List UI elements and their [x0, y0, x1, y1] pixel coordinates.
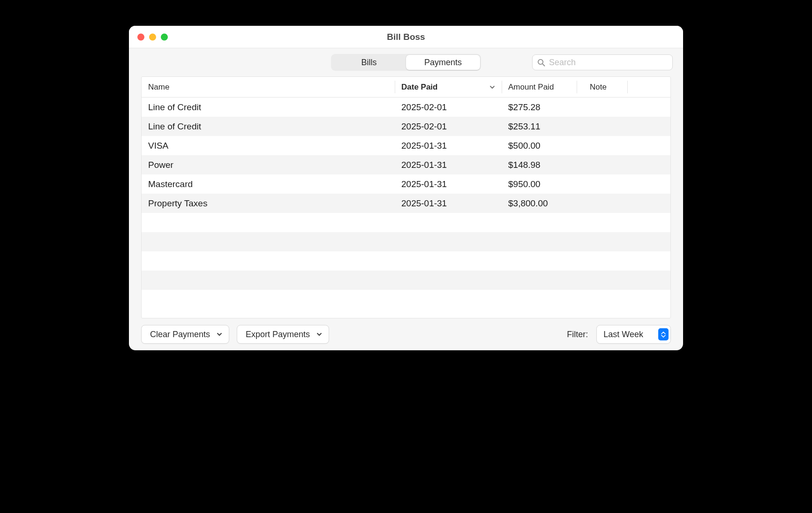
- tab-bills-label: Bills: [361, 58, 376, 68]
- column-header-tail: [627, 77, 670, 97]
- table-row: [142, 232, 670, 251]
- zoom-window-button[interactable]: [161, 33, 168, 40]
- table-row[interactable]: Property Taxes2025-01-31$3,800.00: [142, 194, 670, 213]
- column-header-amount-label: Amount Paid: [508, 83, 554, 92]
- table-row: [142, 251, 670, 271]
- filter-popup[interactable]: Last Week: [596, 325, 671, 344]
- app-window: Bill Boss Bills Payments Name Date Paid: [129, 26, 683, 350]
- cell-date-paid: 2025-02-01: [395, 102, 502, 113]
- cell-date-paid: 2025-01-31: [395, 160, 502, 170]
- minimize-window-button[interactable]: [149, 33, 156, 40]
- sort-descending-icon: [489, 84, 495, 90]
- traffic-lights: [137, 33, 168, 40]
- cell-date-paid: 2025-01-31: [395, 198, 502, 209]
- column-header-name[interactable]: Name: [142, 77, 395, 97]
- tab-payments[interactable]: Payments: [406, 55, 480, 70]
- cell-amount-paid: $950.00: [502, 179, 577, 189]
- cell-amount-paid: $148.98: [502, 160, 577, 170]
- table-row[interactable]: Mastercard2025-01-31$950.00: [142, 174, 670, 194]
- cell-date-paid: 2025-01-31: [395, 141, 502, 151]
- table-row[interactable]: Line of Credit2025-02-01$253.11: [142, 117, 670, 136]
- search-icon: [537, 59, 545, 67]
- table-row: [142, 271, 670, 290]
- table-row[interactable]: Power2025-01-31$148.98: [142, 155, 670, 174]
- footer-bar: Clear Payments Export Payments Filter: L…: [129, 318, 683, 350]
- clear-payments-menu[interactable]: Clear Payments: [141, 325, 229, 344]
- window-title: Bill Boss: [129, 32, 683, 42]
- toolbar: Bills Payments: [129, 48, 683, 76]
- chevron-down-icon: [217, 332, 222, 337]
- cell-name: Mastercard: [142, 179, 395, 189]
- cell-amount-paid: $253.11: [502, 121, 577, 132]
- filter-value: Last Week: [603, 330, 643, 339]
- filter-label: Filter:: [567, 330, 588, 339]
- chevron-down-icon: [316, 332, 322, 337]
- view-segmented-control: Bills Payments: [331, 54, 481, 71]
- column-header-name-label: Name: [148, 83, 169, 92]
- column-header-amount-paid[interactable]: Amount Paid: [502, 77, 577, 97]
- cell-amount-paid: $500.00: [502, 141, 577, 151]
- cell-name: Line of Credit: [142, 121, 395, 132]
- table-row: [142, 290, 670, 309]
- titlebar: Bill Boss: [129, 26, 683, 48]
- cell-name: VISA: [142, 141, 395, 151]
- tab-payments-label: Payments: [424, 58, 462, 68]
- search-field[interactable]: [532, 54, 673, 70]
- search-input[interactable]: [549, 58, 668, 68]
- column-header-note[interactable]: Note: [577, 77, 627, 97]
- table-row[interactable]: VISA2025-01-31$500.00: [142, 136, 670, 155]
- cell-amount-paid: $3,800.00: [502, 198, 577, 209]
- tab-bills[interactable]: Bills: [332, 55, 406, 70]
- payments-table: Name Date Paid Amount Paid Note Line of …: [141, 76, 671, 318]
- table-row: [142, 213, 670, 232]
- column-header-date-label: Date Paid: [401, 83, 437, 92]
- cell-date-paid: 2025-01-31: [395, 179, 502, 189]
- svg-line-1: [542, 64, 544, 66]
- cell-amount-paid: $275.28: [502, 102, 577, 113]
- clear-payments-label: Clear Payments: [150, 330, 210, 339]
- popup-arrows-icon: [658, 328, 669, 340]
- table-row[interactable]: Line of Credit2025-02-01$275.28: [142, 98, 670, 117]
- table-body: Line of Credit2025-02-01$275.28Line of C…: [142, 98, 670, 318]
- cell-date-paid: 2025-02-01: [395, 121, 502, 132]
- export-payments-menu[interactable]: Export Payments: [237, 325, 329, 344]
- column-header-date-paid[interactable]: Date Paid: [395, 77, 502, 97]
- cell-name: Line of Credit: [142, 102, 395, 113]
- table-header: Name Date Paid Amount Paid Note: [142, 77, 670, 98]
- column-header-note-label: Note: [590, 83, 607, 92]
- cell-name: Property Taxes: [142, 198, 395, 209]
- close-window-button[interactable]: [137, 33, 144, 40]
- cell-name: Power: [142, 160, 395, 170]
- export-payments-label: Export Payments: [246, 330, 310, 339]
